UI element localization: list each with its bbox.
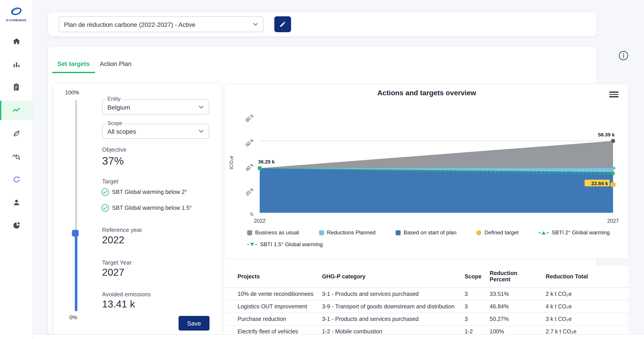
legend-item-sbti-15deg[interactable]: SBTI 1.5° Global warming (247, 241, 323, 247)
sidebar-item-reports[interactable] (0, 216, 33, 235)
column-header-projects: Projects (225, 266, 319, 288)
target-item-label: SBT Global warming below 2° (112, 189, 187, 195)
sidebar-item-targets[interactable] (0, 101, 33, 120)
target-item-label: SBT Global warming below 1.5° (112, 205, 192, 211)
table-header-row: Projects GHG-P category Scope Reduction … (225, 266, 628, 288)
save-button[interactable]: Save (178, 316, 210, 331)
logo-text: D-CARBONIZE (6, 19, 26, 22)
chart-legend-row-2: SBTI 1.5° Global warming (225, 241, 628, 247)
sidebar-item-tasks[interactable] (0, 78, 33, 97)
svg-text:40 k: 40 k (244, 162, 255, 172)
sidebar-item-home[interactable] (0, 32, 33, 51)
trend-line-icon (12, 106, 21, 115)
legend-swatch (319, 230, 324, 235)
cell-reduction-percent: 46.84% (486, 300, 542, 313)
logo-icon (10, 5, 22, 17)
sync-icon (12, 175, 20, 184)
svg-text:2027: 2027 (607, 218, 619, 224)
cell-scope: 3 (461, 313, 486, 325)
avoided-emissions-value: 13.41 k (102, 298, 135, 310)
chart-legend: Business as usual Reductions Planned Bas… (225, 229, 628, 236)
svg-text:80 k: 80 k (244, 113, 255, 123)
slider-max-label: 100% (65, 89, 79, 96)
emissions-area-chart: 36.25 k58.39 k22.84 k020 k40 k60 k80 k20… (226, 100, 624, 226)
sidebar-item-analytics[interactable] (0, 147, 33, 166)
objective-slider-handle[interactable] (72, 230, 78, 237)
column-header-scope: Scope (461, 266, 486, 288)
chart-title: Actions and targets overview (225, 89, 628, 97)
app-logo[interactable]: D-CARBONIZE (6, 5, 26, 22)
sidebar-item-profile[interactable] (0, 193, 33, 212)
main-panel: Set targets Action Plan 100% 0% Entity (48, 47, 597, 334)
table-row: Purchase reduction 3-1 - Products and se… (225, 313, 628, 325)
tab-set-targets[interactable]: Set targets (52, 57, 95, 73)
reference-year-label: Reference year (102, 227, 142, 233)
info-icon[interactable] (618, 50, 629, 61)
check-circle-icon (101, 204, 109, 212)
scope-select-value: All scopes (108, 128, 136, 135)
cell-reduction-percent: 50.27% (486, 313, 542, 325)
svg-text:20 k: 20 k (244, 187, 255, 197)
legend-item-business-as-usual[interactable]: Business as usual (247, 229, 299, 236)
target-year-value: 2027 (102, 267, 124, 278)
projects-table: Projects GHG-P category Scope Reduction … (225, 266, 628, 338)
legend-label: Business as usual (255, 229, 299, 236)
legend-dash-triangle-up (538, 231, 549, 234)
pencil-icon (279, 21, 286, 27)
target-label: Target (102, 178, 118, 185)
cell-category: 3-1 - Products and services purchased (319, 313, 461, 325)
leaf-icon (12, 129, 20, 138)
cell-project: Logistics OUT improvement (225, 300, 319, 313)
chart-menu-button[interactable] (609, 91, 618, 98)
cell-scope: 3 (461, 300, 486, 313)
footer-strip (33, 334, 644, 339)
objective-label: Objective (102, 146, 126, 153)
cell-reduction-total: 4 k t CO₂e (542, 300, 628, 313)
cell-category: 3-1 - Products and services purchased (319, 288, 461, 300)
edit-plan-button[interactable] (274, 16, 291, 32)
sidebar: D-CARBONIZE (0, 0, 33, 339)
legend-label: SBTI 1.5° Global warming (260, 241, 323, 247)
sidebar-item-sync[interactable] (0, 170, 33, 189)
legend-label: Reductions Planned (327, 229, 376, 236)
target-year-label: Target Year (102, 259, 132, 266)
svg-text:0: 0 (249, 211, 254, 217)
legend-item-defined-target[interactable]: Defined target (476, 229, 518, 236)
plan-select-value: Plan de réduction carbone (2022-2027) - … (64, 21, 196, 28)
legend-item-reductions-planned[interactable]: Reductions Planned (319, 229, 376, 236)
cell-reduction-percent: 33.51% (486, 288, 542, 300)
svg-text:2022: 2022 (254, 218, 266, 224)
targets-form-panel: 100% 0% Entity Belgium Scope All scopes (54, 84, 222, 336)
cell-category: 3-9 - Transport of goods downstream and … (319, 300, 461, 313)
legend-item-sbti-2deg[interactable]: SBTI 2° Global warming (538, 229, 610, 236)
chart-card: Actions and targets overview 36.25 k58.3… (225, 84, 628, 259)
cell-scope: 3 (461, 288, 486, 300)
sidebar-item-emissions[interactable] (0, 124, 33, 143)
sidebar-nav (0, 32, 33, 239)
home-icon (12, 37, 20, 46)
pie-chart-icon (12, 221, 20, 230)
svg-text:58.39 k: 58.39 k (598, 132, 615, 137)
entity-label: Entity (106, 96, 122, 102)
reference-year-value: 2022 (102, 234, 124, 246)
legend-item-based-on-start[interactable]: Based on start of plan (396, 229, 456, 236)
tab-action-plan[interactable]: Action Plan (95, 57, 136, 73)
cell-project: Purchase reduction (225, 313, 319, 325)
cell-reduction-total: 3 k t CO₂e (542, 313, 628, 325)
chevron-down-icon (253, 22, 258, 26)
svg-text:tCO₂e: tCO₂e (228, 156, 234, 169)
target-item-2deg: SBT Global warming below 2° (101, 188, 187, 196)
chevron-down-icon (199, 105, 204, 109)
legend-dash-triangle-down (247, 243, 257, 246)
table-row: Logistics OUT improvement 3-9 - Transpor… (225, 300, 628, 313)
chart-magnifier-icon (12, 152, 21, 161)
target-item-15deg: SBT Global warming below 1.5° (101, 204, 192, 212)
sidebar-item-dashboard[interactable] (0, 55, 33, 74)
app-root: D-CARBONIZE (0, 0, 644, 339)
objective-value: 37% (102, 155, 124, 167)
legend-label: Defined target (484, 229, 519, 236)
tab-set-targets-label: Set targets (57, 60, 90, 67)
cell-reduction-total: 2 k t CO₂e (542, 288, 628, 300)
slider-min-label: 0% (69, 314, 77, 321)
plan-select[interactable]: Plan de réduction carbone (2022-2027) - … (59, 16, 264, 32)
